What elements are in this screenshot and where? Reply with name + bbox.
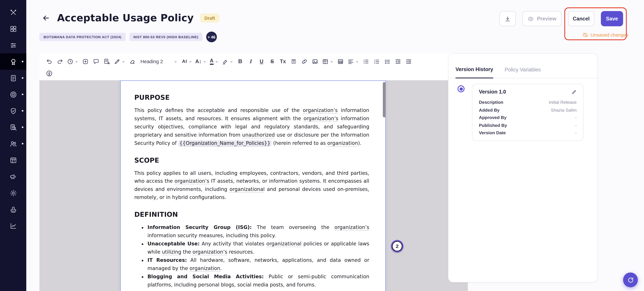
chevron-down-icon: [355, 60, 359, 63]
sidebar-item-policies[interactable]: [0, 53, 26, 70]
records-icon: [9, 90, 17, 98]
table-settings-icon[interactable]: [336, 56, 346, 67]
accessibility-icon: [46, 70, 52, 77]
announcements-icon: [9, 173, 17, 181]
sidebar-item-announcements[interactable]: [0, 168, 26, 185]
accessibility-button[interactable]: [44, 68, 54, 79]
tab-policy-variables[interactable]: Policy Variables: [504, 67, 541, 78]
chevron-down-icon: [330, 60, 334, 63]
checklist-icon: [384, 58, 390, 65]
doc-text-run: .: [220, 265, 222, 271]
format-paint-icon[interactable]: [112, 56, 126, 67]
spellcheck-word: organization: [327, 140, 358, 146]
align-icon: [348, 58, 354, 65]
table-settings-icon: [337, 58, 344, 65]
page-header: Acceptable Usage Policy Draft BOTSWANA D…: [26, 0, 644, 53]
page-title: Acceptable Usage Policy: [57, 12, 194, 24]
text-color-button-label: A: [210, 58, 214, 65]
sidebar-item-tools[interactable]: [0, 4, 26, 20]
notification-dot: [22, 93, 24, 95]
link-icon[interactable]: [299, 56, 309, 67]
align-icon[interactable]: [346, 56, 360, 67]
preview-button[interactable]: Preview: [522, 11, 562, 26]
analytics-icon: [9, 222, 17, 230]
back-button[interactable]: [41, 13, 51, 23]
undo-icon[interactable]: [44, 56, 54, 67]
ordered-list-icon[interactable]: [372, 56, 382, 67]
text-color-button[interactable]: A: [208, 56, 220, 67]
sidebar-item-documents[interactable]: [0, 70, 26, 86]
version-field-label: Approved By: [479, 114, 506, 122]
highlight-button[interactable]: [220, 56, 234, 67]
underline-button[interactable]: U: [257, 56, 266, 67]
refresh-fab[interactable]: [623, 273, 638, 287]
strikethrough-button[interactable]: S: [267, 56, 277, 67]
ai-assist-button-label: AI: [182, 59, 187, 64]
clear-format-button[interactable]: Tx: [278, 56, 288, 67]
scrollbar-thumb[interactable]: [383, 82, 386, 117]
sidebar-item-approvals[interactable]: [0, 201, 26, 218]
pencil-icon: [571, 89, 577, 95]
insert-image-icon: [312, 58, 318, 65]
chevron-down-icon: [203, 60, 206, 63]
version-field-label: Published By: [479, 121, 507, 129]
comment-icon[interactable]: [91, 56, 101, 67]
version-field-label: Added By: [479, 106, 500, 114]
status-badge: Draft: [200, 13, 220, 23]
insert-image-icon[interactable]: [310, 56, 320, 67]
sidebar-item-dashboard[interactable]: [0, 20, 26, 37]
clear-style-icon[interactable]: [127, 56, 137, 67]
version-timeline-marker[interactable]: [458, 85, 465, 92]
history-icon[interactable]: [66, 56, 80, 67]
edit-version-button[interactable]: [571, 89, 577, 95]
font-size-button[interactable]: A↕: [194, 56, 208, 67]
outdent-icon[interactable]: [393, 56, 403, 67]
doc-text-run: (herein referred to as: [272, 140, 327, 146]
sidebar-item-audit[interactable]: [0, 119, 26, 135]
heading-style-select[interactable]: Heading 2: [138, 56, 180, 67]
checklist-icon[interactable]: [382, 56, 392, 67]
redo-icon[interactable]: [55, 56, 65, 67]
indent-icon[interactable]: [404, 56, 414, 67]
sidebar-item-board[interactable]: [0, 152, 26, 168]
board-icon: [9, 156, 17, 164]
doc-paragraph: This policy applies to all users, includ…: [134, 169, 369, 202]
bullet-list-icon[interactable]: [361, 56, 371, 67]
tools-icon: [9, 8, 17, 16]
app-root: Acceptable Usage Policy Draft BOTSWANA D…: [0, 0, 644, 291]
sidebar-item-people[interactable]: [0, 135, 26, 152]
italic-button[interactable]: I: [246, 56, 256, 67]
download-icon: [504, 15, 511, 22]
save-button[interactable]: Save: [601, 11, 623, 26]
sidebar-item-records[interactable]: [0, 86, 26, 103]
framework-tag[interactable]: NIST 800-53 REV5 (HIGH BASELINE): [129, 33, 202, 41]
suggestion-icon[interactable]: [80, 56, 90, 67]
underline-button-label: U: [260, 59, 263, 64]
document-page[interactable]: PURPOSEThis policy defines the acceptabl…: [120, 80, 386, 291]
doc-list-item: Unacceptable Use: Any activity that viol…: [148, 240, 369, 256]
policy-variable-chip: {{Organization_Name_for_Policies}}: [178, 140, 272, 146]
format-paint-icon: [114, 58, 120, 65]
editor-canvas: PURPOSEThis policy defines the acceptabl…: [40, 80, 468, 291]
version-field-row: Approved By-: [479, 114, 577, 122]
tags-overflow-badge[interactable]: + 46: [206, 32, 217, 42]
cancel-button[interactable]: Cancel: [568, 11, 594, 26]
ai-assist-button[interactable]: AI: [181, 56, 193, 67]
framework-tag[interactable]: BOTSWANA DATA PROTECTION ACT (2024): [40, 33, 126, 41]
table-icon[interactable]: [321, 56, 335, 67]
outdent-icon: [394, 58, 401, 65]
spellcheck-word: organization: [190, 265, 220, 271]
download-button[interactable]: [500, 11, 516, 26]
export-doc-icon[interactable]: [102, 56, 112, 67]
doc-heading: SCOPE: [134, 156, 369, 164]
sidebar-item-analytics[interactable]: [0, 218, 26, 234]
bold-button[interactable]: B: [235, 56, 245, 67]
sidebar-item-controls[interactable]: [0, 37, 26, 53]
bullet-list-icon: [362, 58, 369, 65]
editor-toolbar: Heading 2AIA↕ABIUSTx: [40, 53, 468, 80]
tab-version-history[interactable]: Version History: [456, 66, 493, 78]
sidebar-item-compliance[interactable]: [0, 103, 26, 119]
page-break-icon[interactable]: [289, 56, 298, 67]
sidebar-item-settings[interactable]: [0, 185, 26, 201]
compliance-icon: [9, 107, 17, 115]
